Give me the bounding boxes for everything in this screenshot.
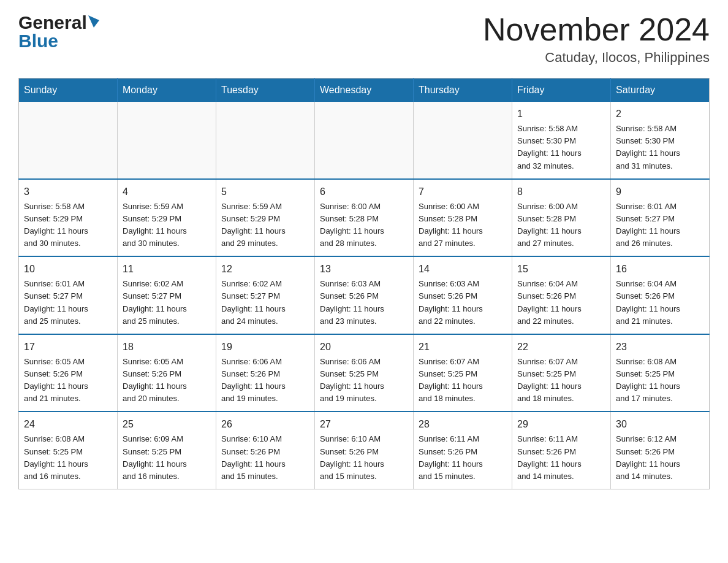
week-row-1: 1Sunrise: 5:58 AM Sunset: 5:30 PM Daylig… bbox=[19, 102, 710, 179]
calendar-cell bbox=[414, 102, 512, 179]
calendar-cell: 30Sunrise: 6:12 AM Sunset: 5:26 PM Dayli… bbox=[611, 412, 710, 489]
logo-triangle-icon bbox=[88, 15, 99, 28]
calendar-cell: 11Sunrise: 6:02 AM Sunset: 5:27 PM Dayli… bbox=[118, 256, 216, 334]
day-number: 10 bbox=[24, 262, 112, 277]
day-number: 28 bbox=[419, 417, 507, 432]
day-number: 14 bbox=[419, 262, 507, 277]
day-info: Sunrise: 6:04 AM Sunset: 5:26 PM Dayligh… bbox=[616, 278, 704, 327]
month-title: November 2024 bbox=[483, 12, 710, 47]
day-number: 24 bbox=[24, 417, 112, 432]
calendar-cell: 14Sunrise: 6:03 AM Sunset: 5:26 PM Dayli… bbox=[414, 256, 512, 334]
weekday-header-wednesday: Wednesday bbox=[315, 79, 414, 102]
calendar-cell bbox=[118, 102, 216, 179]
day-info: Sunrise: 6:02 AM Sunset: 5:27 PM Dayligh… bbox=[123, 278, 211, 327]
day-number: 30 bbox=[616, 417, 704, 432]
calendar-cell: 26Sunrise: 6:10 AM Sunset: 5:26 PM Dayli… bbox=[216, 412, 315, 489]
day-number: 6 bbox=[320, 185, 408, 199]
day-info: Sunrise: 6:01 AM Sunset: 5:27 PM Dayligh… bbox=[24, 278, 112, 327]
calendar-cell: 19Sunrise: 6:06 AM Sunset: 5:26 PM Dayli… bbox=[216, 334, 315, 412]
svg-marker-0 bbox=[88, 15, 99, 28]
weekday-header-friday: Friday bbox=[512, 79, 611, 102]
day-number: 1 bbox=[517, 107, 605, 121]
calendar-cell: 22Sunrise: 6:07 AM Sunset: 5:25 PM Dayli… bbox=[512, 334, 611, 412]
week-row-4: 17Sunrise: 6:05 AM Sunset: 5:26 PM Dayli… bbox=[19, 334, 710, 412]
weekday-header-sunday: Sunday bbox=[19, 79, 118, 102]
day-info: Sunrise: 6:04 AM Sunset: 5:26 PM Dayligh… bbox=[517, 278, 605, 327]
day-number: 15 bbox=[517, 262, 605, 277]
calendar-cell: 4Sunrise: 5:59 AM Sunset: 5:29 PM Daylig… bbox=[118, 179, 216, 257]
day-number: 9 bbox=[616, 185, 704, 199]
day-number: 8 bbox=[517, 185, 605, 199]
day-info: Sunrise: 6:08 AM Sunset: 5:25 PM Dayligh… bbox=[616, 356, 704, 405]
calendar-cell bbox=[315, 102, 414, 179]
calendar-cell: 7Sunrise: 6:00 AM Sunset: 5:28 PM Daylig… bbox=[414, 179, 512, 257]
day-info: Sunrise: 6:05 AM Sunset: 5:26 PM Dayligh… bbox=[123, 356, 211, 405]
calendar-cell: 24Sunrise: 6:08 AM Sunset: 5:25 PM Dayli… bbox=[19, 412, 118, 489]
calendar-cell: 6Sunrise: 6:00 AM Sunset: 5:28 PM Daylig… bbox=[315, 179, 414, 257]
day-number: 29 bbox=[517, 417, 605, 432]
calendar-cell: 23Sunrise: 6:08 AM Sunset: 5:25 PM Dayli… bbox=[611, 334, 710, 412]
header: General Blue November 2024 Catuday, Iloc… bbox=[18, 12, 710, 66]
day-number: 3 bbox=[24, 185, 112, 199]
day-info: Sunrise: 5:58 AM Sunset: 5:30 PM Dayligh… bbox=[517, 123, 605, 172]
calendar-cell: 25Sunrise: 6:09 AM Sunset: 5:25 PM Dayli… bbox=[118, 412, 216, 489]
day-number: 19 bbox=[221, 340, 309, 354]
day-number: 13 bbox=[320, 262, 408, 277]
day-number: 5 bbox=[221, 185, 309, 199]
calendar-table: SundayMondayTuesdayWednesdayThursdayFrid… bbox=[18, 78, 710, 489]
weekday-header-thursday: Thursday bbox=[414, 79, 512, 102]
day-number: 17 bbox=[24, 340, 112, 354]
day-info: Sunrise: 6:11 AM Sunset: 5:26 PM Dayligh… bbox=[419, 433, 507, 483]
day-info: Sunrise: 6:10 AM Sunset: 5:26 PM Dayligh… bbox=[320, 433, 408, 483]
weekday-header-tuesday: Tuesday bbox=[216, 79, 315, 102]
calendar-cell: 10Sunrise: 6:01 AM Sunset: 5:27 PM Dayli… bbox=[19, 256, 118, 334]
calendar-cell: 18Sunrise: 6:05 AM Sunset: 5:26 PM Dayli… bbox=[118, 334, 216, 412]
day-info: Sunrise: 5:58 AM Sunset: 5:29 PM Dayligh… bbox=[24, 201, 112, 250]
day-number: 20 bbox=[320, 340, 408, 354]
calendar-cell: 28Sunrise: 6:11 AM Sunset: 5:26 PM Dayli… bbox=[414, 412, 512, 489]
day-number: 21 bbox=[419, 340, 507, 354]
logo: General Blue bbox=[18, 12, 99, 52]
day-number: 23 bbox=[616, 340, 704, 354]
location-title: Catuday, Ilocos, Philippines bbox=[483, 50, 710, 66]
day-info: Sunrise: 6:09 AM Sunset: 5:25 PM Dayligh… bbox=[123, 433, 211, 483]
week-row-2: 3Sunrise: 5:58 AM Sunset: 5:29 PM Daylig… bbox=[19, 179, 710, 257]
week-row-3: 10Sunrise: 6:01 AM Sunset: 5:27 PM Dayli… bbox=[19, 256, 710, 334]
day-number: 27 bbox=[320, 417, 408, 432]
day-info: Sunrise: 6:02 AM Sunset: 5:27 PM Dayligh… bbox=[221, 278, 309, 327]
calendar-cell: 9Sunrise: 6:01 AM Sunset: 5:27 PM Daylig… bbox=[611, 179, 710, 257]
calendar-cell bbox=[216, 102, 315, 179]
calendar-cell: 13Sunrise: 6:03 AM Sunset: 5:26 PM Dayli… bbox=[315, 256, 414, 334]
calendar-cell: 21Sunrise: 6:07 AM Sunset: 5:25 PM Dayli… bbox=[414, 334, 512, 412]
day-number: 11 bbox=[123, 262, 211, 277]
calendar-cell: 1Sunrise: 5:58 AM Sunset: 5:30 PM Daylig… bbox=[512, 102, 611, 179]
day-info: Sunrise: 5:59 AM Sunset: 5:29 PM Dayligh… bbox=[123, 201, 211, 250]
day-info: Sunrise: 6:06 AM Sunset: 5:25 PM Dayligh… bbox=[320, 356, 408, 405]
calendar-cell: 8Sunrise: 6:00 AM Sunset: 5:28 PM Daylig… bbox=[512, 179, 611, 257]
day-number: 25 bbox=[123, 417, 211, 432]
day-info: Sunrise: 6:11 AM Sunset: 5:26 PM Dayligh… bbox=[517, 433, 605, 483]
day-info: Sunrise: 6:03 AM Sunset: 5:26 PM Dayligh… bbox=[419, 278, 507, 327]
day-info: Sunrise: 6:07 AM Sunset: 5:25 PM Dayligh… bbox=[517, 356, 605, 405]
logo-blue-text: Blue bbox=[18, 31, 58, 52]
day-info: Sunrise: 6:10 AM Sunset: 5:26 PM Dayligh… bbox=[221, 433, 309, 483]
day-info: Sunrise: 6:00 AM Sunset: 5:28 PM Dayligh… bbox=[517, 201, 605, 250]
day-info: Sunrise: 6:12 AM Sunset: 5:26 PM Dayligh… bbox=[616, 433, 704, 483]
day-number: 26 bbox=[221, 417, 309, 432]
day-number: 2 bbox=[616, 107, 704, 121]
day-info: Sunrise: 6:00 AM Sunset: 5:28 PM Dayligh… bbox=[320, 201, 408, 250]
weekday-header-saturday: Saturday bbox=[611, 79, 710, 102]
day-info: Sunrise: 6:01 AM Sunset: 5:27 PM Dayligh… bbox=[616, 201, 704, 250]
day-number: 7 bbox=[419, 185, 507, 199]
calendar-cell: 2Sunrise: 5:58 AM Sunset: 5:30 PM Daylig… bbox=[611, 102, 710, 179]
calendar-cell: 17Sunrise: 6:05 AM Sunset: 5:26 PM Dayli… bbox=[19, 334, 118, 412]
calendar-cell: 20Sunrise: 6:06 AM Sunset: 5:25 PM Dayli… bbox=[315, 334, 414, 412]
calendar-cell: 29Sunrise: 6:11 AM Sunset: 5:26 PM Dayli… bbox=[512, 412, 611, 489]
weekday-header-monday: Monday bbox=[118, 79, 216, 102]
day-info: Sunrise: 6:06 AM Sunset: 5:26 PM Dayligh… bbox=[221, 356, 309, 405]
calendar-cell: 5Sunrise: 5:59 AM Sunset: 5:29 PM Daylig… bbox=[216, 179, 315, 257]
calendar-cell: 3Sunrise: 5:58 AM Sunset: 5:29 PM Daylig… bbox=[19, 179, 118, 257]
day-info: Sunrise: 5:59 AM Sunset: 5:29 PM Dayligh… bbox=[221, 201, 309, 250]
calendar-cell: 12Sunrise: 6:02 AM Sunset: 5:27 PM Dayli… bbox=[216, 256, 315, 334]
calendar-cell: 15Sunrise: 6:04 AM Sunset: 5:26 PM Dayli… bbox=[512, 256, 611, 334]
